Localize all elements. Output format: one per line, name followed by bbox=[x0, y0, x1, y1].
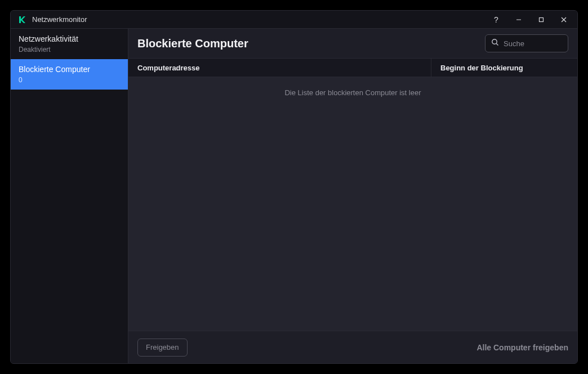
sidebar: Netzwerkaktivität Deaktiviert Blockierte… bbox=[11, 29, 128, 363]
app-logo-icon bbox=[17, 15, 26, 24]
window-title: Netzwerkmonitor bbox=[32, 15, 485, 24]
column-header-label: Beginn der Blockierung bbox=[440, 64, 523, 72]
sidebar-item-label: Netzwerkaktivität bbox=[19, 34, 120, 43]
main-panel: Blockierte Computer Computeradresse Begi… bbox=[128, 29, 577, 363]
window-controls: ? bbox=[485, 12, 575, 28]
sidebar-item-sublabel: Deaktiviert bbox=[19, 46, 120, 54]
unblock-all-button[interactable]: Alle Computer freigeben bbox=[476, 343, 568, 352]
minimize-button[interactable] bbox=[507, 12, 530, 28]
help-button[interactable]: ? bbox=[485, 12, 507, 28]
empty-state-message: Die Liste der blockierten Computer ist l… bbox=[284, 88, 421, 97]
sidebar-item-network-activity[interactable]: Netzwerkaktivität Deaktiviert bbox=[11, 29, 128, 59]
maximize-button[interactable] bbox=[530, 12, 553, 28]
table-header: Computeradresse Beginn der Blockierung bbox=[128, 58, 577, 77]
unblock-button[interactable]: Freigeben bbox=[137, 339, 188, 357]
column-header-blocked-since[interactable]: Beginn der Blockierung bbox=[431, 59, 577, 77]
table-body: Die Liste der blockierten Computer ist l… bbox=[128, 77, 577, 331]
search-input[interactable] bbox=[504, 39, 578, 48]
sidebar-item-label: Blockierte Computer bbox=[19, 65, 120, 74]
sidebar-item-sublabel: 0 bbox=[19, 76, 120, 84]
svg-point-4 bbox=[492, 39, 497, 44]
close-button[interactable] bbox=[553, 12, 575, 28]
main-header: Blockierte Computer bbox=[128, 29, 577, 58]
titlebar: Netzwerkmonitor ? bbox=[11, 11, 577, 29]
svg-line-5 bbox=[496, 43, 498, 45]
search-icon bbox=[491, 38, 499, 48]
footer: Freigeben Alle Computer freigeben bbox=[128, 331, 577, 363]
search-box[interactable] bbox=[485, 34, 568, 52]
app-window: Netzwerkmonitor ? Netzwerkaktivität Deak… bbox=[10, 10, 578, 364]
body: Netzwerkaktivität Deaktiviert Blockierte… bbox=[11, 29, 577, 363]
column-header-address[interactable]: Computeradresse bbox=[128, 64, 431, 72]
svg-rect-1 bbox=[540, 17, 544, 21]
sidebar-item-blocked-computers[interactable]: Blockierte Computer 0 bbox=[11, 59, 128, 90]
page-title: Blockierte Computer bbox=[137, 37, 476, 50]
